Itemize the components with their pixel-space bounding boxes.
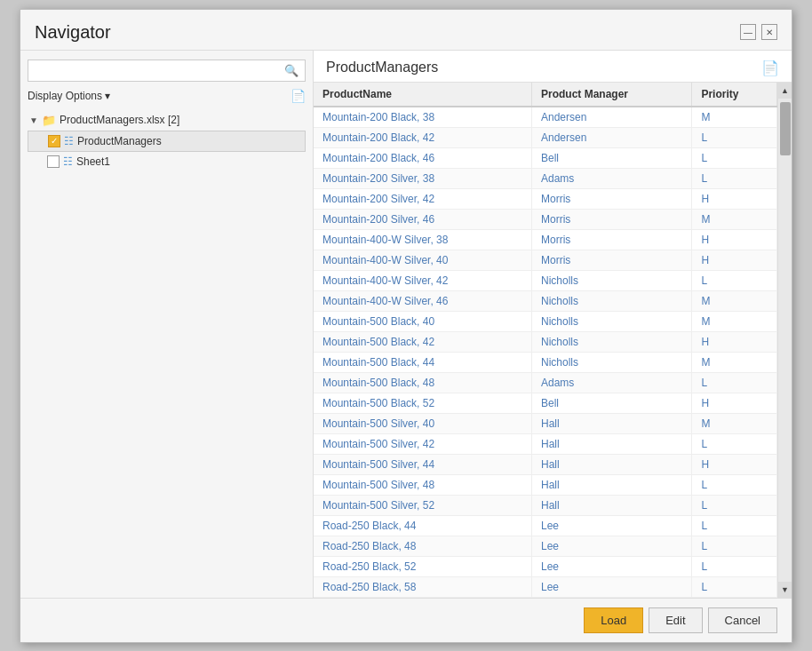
- table-cell: Adams: [531, 372, 691, 393]
- table-cell: Hall: [531, 454, 691, 474]
- table-row: Mountain-400-W Silver, 42NichollsL: [314, 270, 777, 290]
- col-header-priority: Priority: [692, 83, 777, 107]
- table-cell: Road-250 Black, 44: [314, 515, 531, 536]
- table-cell: Mountain-500 Silver, 48: [314, 474, 531, 495]
- table-cell: Hall: [531, 433, 691, 454]
- checkbox-productmanagers[interactable]: ✓: [48, 135, 60, 147]
- table-cell: Mountain-500 Black, 42: [314, 331, 531, 352]
- load-button[interactable]: Load: [584, 607, 643, 633]
- table-row: Road-250 Black, 58LeeL: [314, 576, 777, 597]
- table-cell: Mountain-200 Silver, 42: [314, 188, 531, 209]
- table-row: Mountain-500 Silver, 40HallM: [314, 413, 777, 433]
- table-cell: Mountain-500 Black, 44: [314, 352, 531, 372]
- cancel-button[interactable]: Cancel: [708, 607, 777, 633]
- display-options-arrow-icon: ▾: [105, 90, 110, 102]
- table-cell: H: [692, 229, 777, 250]
- table-cell: H: [692, 454, 777, 474]
- search-input[interactable]: [28, 60, 278, 81]
- table-row: Mountain-500 Black, 42NichollsH: [314, 331, 777, 352]
- table-cell: L: [692, 433, 777, 454]
- edit-button[interactable]: Edit: [649, 607, 702, 633]
- table-cell: L: [692, 168, 777, 188]
- table-row: Mountain-200 Black, 38AndersenM: [314, 107, 777, 128]
- table-cell: Mountain-400-W Silver, 42: [314, 270, 531, 290]
- navigator-dialog: Navigator — ✕ 🔍 Display Options ▾ 📄: [20, 9, 792, 643]
- tree-item-label-productmanagers: ProductManagers: [77, 135, 162, 147]
- table-row: Road-250 Black, 44LeeL: [314, 515, 777, 536]
- table-icon-productmanagers: ☷: [64, 135, 74, 147]
- table-cell: L: [692, 495, 777, 515]
- table-cell: Nicholls: [531, 290, 691, 311]
- table-cell: Nicholls: [531, 311, 691, 331]
- table-cell: Lee: [531, 576, 691, 597]
- table-cell: Mountain-500 Black, 48: [314, 372, 531, 393]
- table-row: Mountain-200 Black, 42AndersenL: [314, 127, 777, 147]
- table-row: Mountain-200 Silver, 46MorrisM: [314, 209, 777, 229]
- table-cell: Hall: [531, 495, 691, 515]
- table-cell: Andersen: [531, 107, 691, 128]
- table-cell: Nicholls: [531, 352, 691, 372]
- table-cell: Andersen: [531, 127, 691, 147]
- table-cell: Mountain-400-W Silver, 46: [314, 290, 531, 311]
- scroll-thumb: [780, 102, 791, 155]
- table-cell: Mountain-200 Black, 42: [314, 127, 531, 147]
- table-row: Mountain-500 Silver, 48HallL: [314, 474, 777, 495]
- dialog-title: Navigator: [35, 22, 111, 43]
- table-cell: H: [692, 393, 777, 413]
- left-panel: 🔍 Display Options ▾ 📄 ▼ 📁 ProductManager…: [20, 51, 314, 598]
- checkbox-sheet1[interactable]: [47, 155, 60, 168]
- col-header-productname: ProductName: [314, 83, 531, 107]
- table-cell: Lee: [531, 515, 691, 536]
- table-cell: Morris: [531, 209, 691, 229]
- content-area: 🔍 Display Options ▾ 📄 ▼ 📁 ProductManager…: [20, 50, 792, 598]
- search-box: 🔍: [28, 60, 306, 82]
- table-cell: Mountain-200 Black, 38: [314, 107, 531, 128]
- table-cell: Road-250 Black, 58: [314, 576, 531, 597]
- table-row: Mountain-400-W Silver, 46NichollsM: [314, 290, 777, 311]
- table-wrapper: ProductName Product Manager Priority Mou…: [314, 83, 792, 598]
- table-cell: L: [692, 372, 777, 393]
- web-icon-button[interactable]: 📄: [761, 60, 779, 76]
- scrollbar[interactable]: ▲ ▼: [777, 83, 792, 598]
- table-cell: H: [692, 188, 777, 209]
- table-cell: Road-250 Black, 52: [314, 556, 531, 576]
- table-row: Mountain-500 Black, 40NichollsM: [314, 311, 777, 331]
- table-cell: Bell: [531, 147, 691, 168]
- table-cell: Mountain-500 Silver, 40: [314, 413, 531, 433]
- right-panel-title: ProductManagers: [326, 60, 438, 75]
- tree-folder[interactable]: ▼ 📁 ProductManagers.xlsx [2]: [28, 110, 306, 131]
- table-cell: M: [692, 311, 777, 331]
- display-options-button[interactable]: Display Options ▾: [28, 90, 110, 102]
- footer: Load Edit Cancel: [20, 598, 792, 642]
- refresh-button[interactable]: 📄: [291, 89, 306, 103]
- table-cell: L: [692, 147, 777, 168]
- table-cell: M: [692, 209, 777, 229]
- table-cell: L: [692, 515, 777, 536]
- table-row: Mountain-500 Black, 44NichollsM: [314, 352, 777, 372]
- table-cell: Mountain-200 Silver, 46: [314, 209, 531, 229]
- scroll-up-button[interactable]: ▲: [778, 83, 792, 99]
- table-cell: Mountain-200 Silver, 38: [314, 168, 531, 188]
- table-cell: Mountain-500 Silver, 44: [314, 454, 531, 474]
- table-cell: Mountain-500 Black, 52: [314, 393, 531, 413]
- table-cell: Adams: [531, 168, 691, 188]
- minimize-button[interactable]: —: [740, 24, 756, 40]
- table-cell: M: [692, 352, 777, 372]
- table-cell: M: [692, 413, 777, 433]
- folder-label: ProductManagers.xlsx [2]: [60, 114, 179, 126]
- tree-item-sheet1[interactable]: ☷ Sheet1: [28, 152, 306, 171]
- expand-icon: ▼: [29, 115, 38, 125]
- tree-item-productmanagers[interactable]: ✓ ☷ ProductManagers: [28, 131, 306, 152]
- table-cell: Hall: [531, 413, 691, 433]
- table-row: Mountain-200 Silver, 42MorrisH: [314, 188, 777, 209]
- table-row: Mountain-500 Silver, 42HallL: [314, 433, 777, 454]
- search-button[interactable]: 🔍: [278, 60, 305, 81]
- scroll-track[interactable]: [778, 99, 792, 582]
- folder-icon: 📁: [42, 114, 56, 127]
- scroll-down-button[interactable]: ▼: [778, 582, 792, 598]
- table-cell: Morris: [531, 229, 691, 250]
- table-cell: L: [692, 556, 777, 576]
- table-row: Mountain-200 Black, 46BellL: [314, 147, 777, 168]
- close-button[interactable]: ✕: [761, 24, 777, 40]
- title-bar: Navigator — ✕: [20, 10, 792, 50]
